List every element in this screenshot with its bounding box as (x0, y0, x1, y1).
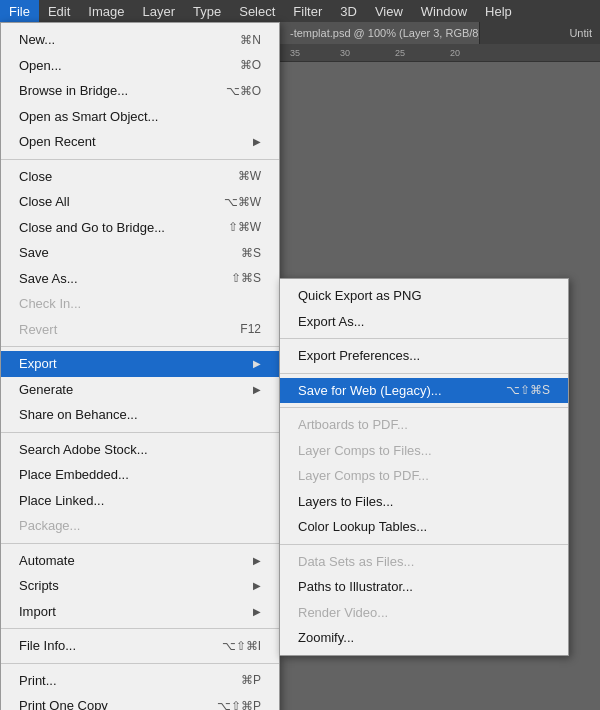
menu-item-open-recent-label: Open Recent (19, 132, 96, 152)
menubar-item-view[interactable]: View (366, 0, 412, 22)
menubar-item-help[interactable]: Help (476, 0, 521, 22)
menu-item-close-shortcut: ⌘W (238, 167, 261, 185)
menu-item-new[interactable]: New... ⌘N (1, 27, 279, 53)
menu-item-file-info-label: File Info... (19, 636, 76, 656)
menu-item-scripts-label: Scripts (19, 576, 59, 596)
submenu-item-quick-export[interactable]: Quick Export as PNG (280, 283, 568, 309)
menu-item-open-recent[interactable]: Open Recent ▶ (1, 129, 279, 155)
tab-label: -templat.psd @ 100% (Layer 3, RGB/8) * (290, 27, 480, 39)
menu-item-scripts[interactable]: Scripts ▶ (1, 573, 279, 599)
menu-item-generate[interactable]: Generate ▶ (1, 377, 279, 403)
menubar-item-select[interactable]: Select (230, 0, 284, 22)
submenu-item-paths-illustrator[interactable]: Paths to Illustrator... (280, 574, 568, 600)
menu-item-close[interactable]: Close ⌘W (1, 164, 279, 190)
submenu-item-render-video-label: Render Video... (298, 603, 388, 623)
menubar-item-filter[interactable]: Filter (284, 0, 331, 22)
menu-item-file-info-shortcut: ⌥⇧⌘I (222, 637, 261, 655)
horizontal-ruler: 35 30 25 20 (280, 44, 600, 62)
menu-item-print-one-copy[interactable]: Print One Copy ⌥⇧⌘P (1, 693, 279, 710)
menu-item-revert-label: Revert (19, 320, 57, 340)
sub-separator-2 (280, 373, 568, 374)
submenu-item-save-for-web-label: Save for Web (Legacy)... (298, 381, 442, 401)
menu-item-browse-bridge-shortcut: ⌥⌘O (226, 82, 261, 100)
menubar-item-image[interactable]: Image (79, 0, 133, 22)
ruler-mark-30: 30 (340, 48, 350, 58)
separator-1 (1, 159, 279, 160)
separator-3 (1, 432, 279, 433)
separator-5 (1, 628, 279, 629)
export-arrow-icon: ▶ (253, 356, 261, 371)
menu-item-new-label: New... (19, 30, 55, 50)
menu-item-open-shortcut: ⌘O (240, 56, 261, 74)
menu-item-save[interactable]: Save ⌘S (1, 240, 279, 266)
ruler-mark-20: 20 (450, 48, 460, 58)
menu-item-check-in[interactable]: Check In... (1, 291, 279, 317)
menu-item-import[interactable]: Import ▶ (1, 599, 279, 625)
menu-item-close-all[interactable]: Close All ⌥⌘W (1, 189, 279, 215)
menu-item-check-in-label: Check In... (19, 294, 81, 314)
export-submenu: Quick Export as PNG Export As... Export … (279, 278, 569, 656)
menu-item-package[interactable]: Package... (1, 513, 279, 539)
menubar-item-3d[interactable]: 3D (331, 0, 366, 22)
menubar-item-window[interactable]: Window (412, 0, 476, 22)
submenu-item-layer-comps-pdf[interactable]: Layer Comps to PDF... (280, 463, 568, 489)
menu-item-browse-bridge[interactable]: Browse in Bridge... ⌥⌘O (1, 78, 279, 104)
menu-item-close-label: Close (19, 167, 52, 187)
menu-item-automate-label: Automate (19, 551, 75, 571)
menu-item-save-as-shortcut: ⇧⌘S (231, 269, 261, 287)
submenu-item-layers-to-files[interactable]: Layers to Files... (280, 489, 568, 515)
generate-arrow-icon: ▶ (253, 382, 261, 397)
menu-item-place-linked[interactable]: Place Linked... (1, 488, 279, 514)
menu-item-open-smart[interactable]: Open as Smart Object... (1, 104, 279, 130)
menu-item-save-as-label: Save As... (19, 269, 78, 289)
menu-item-close-bridge-label: Close and Go to Bridge... (19, 218, 165, 238)
menu-item-revert[interactable]: Revert F12 (1, 317, 279, 343)
menubar-item-file[interactable]: File (0, 0, 39, 22)
file-dropdown-menu: New... ⌘N Open... ⌘O Browse in Bridge...… (0, 22, 280, 710)
submenu-item-save-for-web[interactable]: Save for Web (Legacy)... ⌥⇧⌘S (280, 378, 568, 404)
menu-item-open[interactable]: Open... ⌘O (1, 53, 279, 79)
menu-item-export[interactable]: Export ▶ (1, 351, 279, 377)
submenu-item-render-video[interactable]: Render Video... (280, 600, 568, 626)
submenu-item-paths-illustrator-label: Paths to Illustrator... (298, 577, 413, 597)
menubar-item-edit[interactable]: Edit (39, 0, 79, 22)
submenu-item-layers-to-files-label: Layers to Files... (298, 492, 393, 512)
menu-item-revert-shortcut: F12 (240, 320, 261, 338)
sub-separator-3 (280, 407, 568, 408)
menu-item-save-shortcut: ⌘S (241, 244, 261, 262)
submenu-item-data-sets[interactable]: Data Sets as Files... (280, 549, 568, 575)
submenu-item-artboards-pdf[interactable]: Artboards to PDF... (280, 412, 568, 438)
menu-item-close-bridge[interactable]: Close and Go to Bridge... ⇧⌘W (1, 215, 279, 241)
menu-item-close-bridge-shortcut: ⇧⌘W (228, 218, 261, 236)
submenu-item-layer-comps-files-label: Layer Comps to Files... (298, 441, 432, 461)
menu-item-print-shortcut: ⌘P (241, 671, 261, 689)
submenu-item-color-lookup[interactable]: Color Lookup Tables... (280, 514, 568, 540)
sub-separator-4 (280, 544, 568, 545)
submenu-item-export-as[interactable]: Export As... (280, 309, 568, 335)
menu-item-generate-label: Generate (19, 380, 73, 400)
menu-item-place-embedded[interactable]: Place Embedded... (1, 462, 279, 488)
separator-2 (1, 346, 279, 347)
menubar: File Edit Image Layer Type Select Filter… (0, 0, 600, 22)
ruler-mark-25: 25 (395, 48, 405, 58)
import-arrow-icon: ▶ (253, 604, 261, 619)
menu-item-share-behance[interactable]: Share on Behance... (1, 402, 279, 428)
menubar-item-layer[interactable]: Layer (134, 0, 185, 22)
submenu-item-layer-comps-files[interactable]: Layer Comps to Files... (280, 438, 568, 464)
menu-item-print[interactable]: Print... ⌘P (1, 668, 279, 694)
submenu-item-export-prefs[interactable]: Export Preferences... (280, 343, 568, 369)
document-tab[interactable]: -templat.psd @ 100% (Layer 3, RGB/8) * × (280, 22, 480, 44)
menubar-item-type[interactable]: Type (184, 0, 230, 22)
menu-item-new-shortcut: ⌘N (240, 31, 261, 49)
submenu-item-layer-comps-pdf-label: Layer Comps to PDF... (298, 466, 429, 486)
submenu-item-color-lookup-label: Color Lookup Tables... (298, 517, 427, 537)
scripts-arrow-icon: ▶ (253, 578, 261, 593)
menu-item-save-as[interactable]: Save As... ⇧⌘S (1, 266, 279, 292)
menu-item-automate[interactable]: Automate ▶ (1, 548, 279, 574)
untitled-tab[interactable]: Untit (561, 22, 600, 44)
menu-item-print-label: Print... (19, 671, 57, 691)
menu-item-file-info[interactable]: File Info... ⌥⇧⌘I (1, 633, 279, 659)
submenu-item-zoomify[interactable]: Zoomify... (280, 625, 568, 651)
menu-item-search-stock[interactable]: Search Adobe Stock... (1, 437, 279, 463)
submenu-item-quick-export-label: Quick Export as PNG (298, 286, 422, 306)
